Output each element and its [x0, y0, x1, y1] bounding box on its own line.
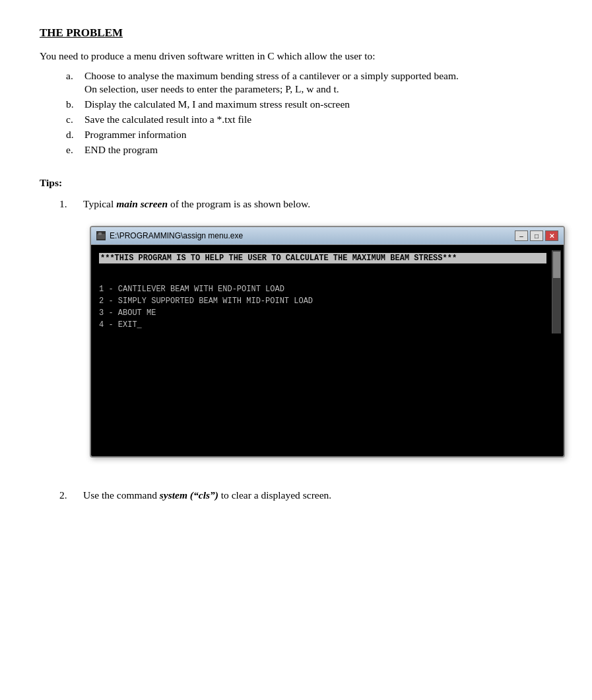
list-item-b: b. Display the calculated M, I and maxim…: [66, 98, 552, 110]
list-item-a-main: Choose to analyse the maximum bending st…: [84, 70, 552, 82]
tip-2: 2. Use the command system (“cls”) to cle…: [59, 489, 552, 501]
console-content: ***THIS PROGRAM IS TO HELP THE USER TO C…: [94, 250, 552, 333]
tip-1-italic: main screen: [116, 198, 168, 209]
minimize-button[interactable]: –: [515, 230, 528, 241]
window-body-inner: ***THIS PROGRAM IS TO HELP THE USER TO C…: [94, 250, 561, 333]
page-container: THE PROBLEM You need to produce a menu d…: [40, 26, 552, 501]
console-window: E:\PROGRAMMING\assign menu.exe – □ ✕: [90, 226, 565, 458]
list-label-a: a.: [66, 70, 84, 95]
list-item-a-sub: On selection, user needs to enter the pa…: [84, 83, 552, 95]
window-icon: [96, 231, 106, 240]
section-title: THE PROBLEM: [40, 26, 552, 40]
list-content-a: Choose to analyse the maximum bending st…: [84, 70, 552, 95]
maximize-button[interactable]: □: [530, 230, 543, 241]
tip-2-label: 2.: [59, 489, 83, 501]
numbered-list: 1. Typical main screen of the program is…: [59, 198, 552, 458]
tips-label: Tips: [40, 177, 59, 188]
menu-line-2: 2 - SIMPLY SUPPORTED BEAM WITH MID-POINT…: [99, 295, 546, 307]
list-content-b: Display the calculated M, I and maximum …: [84, 98, 552, 110]
menu-line-1: 1 - CANTILEVER BEAM WITH END-POINT LOAD: [99, 283, 546, 295]
tip-2-section: 2. Use the command system (“cls”) to cle…: [59, 489, 552, 501]
window-title: E:\PROGRAMMING\assign menu.exe: [110, 231, 243, 240]
console-spacer-1: [99, 265, 546, 274]
window-titlebar: E:\PROGRAMMING\assign menu.exe – □ ✕: [91, 227, 564, 245]
scrollbar-thumb: [553, 252, 560, 278]
list-content-e: END the program: [84, 144, 552, 156]
list-label-d: d.: [66, 129, 84, 141]
list-content-d: Programmer information: [84, 129, 552, 141]
tip-1: 1. Typical main screen of the program is…: [59, 198, 552, 458]
list-item-e: e. END the program: [66, 144, 552, 156]
menu-line-4: 4 - EXIT_: [99, 319, 546, 331]
list-item-d: d. Programmer information: [66, 129, 552, 141]
titlebar-left: E:\PROGRAMMING\assign menu.exe: [96, 231, 243, 240]
tip-1-suffix: of the program is as shown below.: [168, 198, 310, 209]
tip-2-suffix: to clear a displayed screen.: [218, 489, 331, 501]
menu-line-3: 3 - ABOUT ME: [99, 307, 546, 319]
list-item-c: c. Save the calculated result into a *.t…: [66, 114, 552, 125]
console-spacer-2: [99, 274, 546, 283]
tip-2-prefix: Use the command: [83, 489, 160, 501]
list-label-e: e.: [66, 144, 84, 156]
intro-text: You need to produce a menu driven softwa…: [40, 50, 552, 62]
tip-1-content: Typical main screen of the program is as…: [83, 198, 565, 458]
requirements-list: a. Choose to analyse the maximum bending…: [66, 70, 552, 156]
tip-1-prefix: Typical: [83, 198, 116, 209]
list-item-a: a. Choose to analyse the maximum bending…: [66, 70, 552, 95]
tip-2-content: Use the command system (“cls”) to clear …: [83, 489, 552, 501]
tip-2-italic: system (“cls”): [160, 489, 218, 501]
tips-heading: Tips:: [40, 177, 552, 189]
tips-colon: :: [59, 177, 62, 188]
list-content-c: Save the calculated result into a *.txt …: [84, 114, 552, 125]
list-label-b: b.: [66, 98, 84, 110]
svg-rect-1: [98, 232, 102, 235]
tips-section: Tips: 1. Typical main screen of the prog…: [40, 177, 552, 458]
console-body: ***THIS PROGRAM IS TO HELP THE USER TO C…: [91, 245, 564, 456]
scrollbar[interactable]: [552, 250, 561, 333]
close-button[interactable]: ✕: [545, 230, 558, 241]
titlebar-buttons: – □ ✕: [515, 230, 558, 241]
list-label-c: c.: [66, 114, 84, 125]
console-header: ***THIS PROGRAM IS TO HELP THE USER TO C…: [99, 253, 546, 263]
tip-1-label: 1.: [59, 198, 83, 458]
